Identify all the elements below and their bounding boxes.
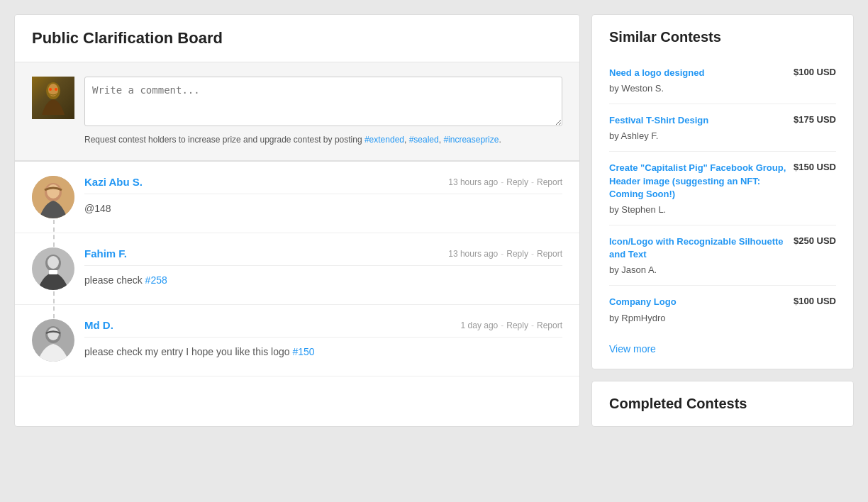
current-user-avatar <box>32 77 74 119</box>
comment-input-area: Request contest holders to increase priz… <box>15 62 579 162</box>
comment-item: Fahim F. 13 hours ago - Reply - Report p… <box>15 233 579 305</box>
comment-time: 13 hours ago <box>448 249 498 259</box>
comment-actions: 13 hours ago - Reply - Report <box>448 177 562 187</box>
comment-author[interactable]: Fahim F. <box>84 247 127 260</box>
reply-link[interactable]: Reply <box>506 177 528 187</box>
comment-text: please check my entry I hope you like th… <box>84 337 562 359</box>
similar-contests-title: Similar Contests <box>609 29 836 45</box>
comment-time: 1 day ago <box>461 320 499 330</box>
contest-title-link[interactable]: Company Logo <box>609 296 786 308</box>
reply-link[interactable]: Reply <box>506 249 528 259</box>
contest-item: Festival T-Shirt Design by Ashley F. $17… <box>609 104 836 152</box>
contest-item: Create "Capitalist Pig" Facebook Group, … <box>609 152 836 225</box>
comment-link[interactable]: #258 <box>145 274 167 286</box>
contest-by: by Weston S. <box>609 83 664 94</box>
avatar <box>32 319 74 362</box>
contest-item: Company Logo by RpmHydro $100 USD <box>609 286 836 333</box>
comment-input[interactable] <box>84 77 562 126</box>
comment-meta: Kazi Abu S. 13 hours ago - Reply - Repor… <box>84 176 562 188</box>
comment-item: Md D. 1 day ago - Reply - Report please … <box>15 305 579 376</box>
contest-by: by Ashley F. <box>609 130 658 141</box>
report-link[interactable]: Report <box>537 177 562 187</box>
contest-title-link[interactable]: Icon/Logo with Recognizable Silhouette a… <box>609 235 786 261</box>
contest-price: $175 USD <box>794 114 836 125</box>
comments-list: Kazi Abu S. 13 hours ago - Reply - Repor… <box>15 162 579 376</box>
contest-item: Need a logo designed by Weston S. $100 U… <box>609 57 836 104</box>
contest-title-link[interactable]: Need a logo designed <box>609 67 786 79</box>
extended-tag[interactable]: #extended <box>365 135 404 145</box>
sealed-tag[interactable]: #sealed <box>409 135 439 145</box>
panel-header: Public Clarification Board <box>15 15 579 62</box>
contest-title-link[interactable]: Festival T-Shirt Design <box>609 114 786 127</box>
svg-point-9 <box>48 256 59 269</box>
comment-body: Md D. 1 day ago - Reply - Report please … <box>84 319 562 362</box>
avatar <box>32 247 74 290</box>
contest-item: Icon/Logo with Recognizable Silhouette a… <box>609 225 836 286</box>
contest-price: $100 USD <box>794 67 836 77</box>
svg-point-3 <box>55 88 57 91</box>
contest-price: $100 USD <box>794 296 836 306</box>
increaseprize-tag[interactable]: #increaseprize <box>443 135 499 145</box>
right-panel: Similar Contests Need a logo designed by… <box>591 14 854 427</box>
comment-actions: 1 day ago - Reply - Report <box>461 320 562 330</box>
svg-point-13 <box>48 328 59 340</box>
reply-link[interactable]: Reply <box>506 320 528 330</box>
page-title: Public Clarification Board <box>32 29 562 48</box>
similar-contests-panel: Similar Contests Need a logo designed by… <box>591 14 854 369</box>
avatar <box>32 176 74 218</box>
comment-link[interactable]: #150 <box>292 346 314 357</box>
comment-time: 13 hours ago <box>448 177 498 187</box>
contest-title-link[interactable]: Create "Capitalist Pig" Facebook Group, … <box>609 162 786 201</box>
completed-contests-title: Completed Contests <box>609 396 836 412</box>
view-more-link[interactable]: View more <box>609 343 836 355</box>
contest-price: $250 USD <box>794 235 836 246</box>
comment-author[interactable]: Md D. <box>84 319 113 331</box>
comment-actions: 13 hours ago - Reply - Report <box>448 249 562 259</box>
comment-body: Kazi Abu S. 13 hours ago - Reply - Repor… <box>84 176 562 218</box>
comment-note: Request contest holders to increase priz… <box>84 133 562 146</box>
comment-item: Kazi Abu S. 13 hours ago - Reply - Repor… <box>15 162 579 233</box>
comment-input-wrapper: Request contest holders to increase priz… <box>84 77 562 146</box>
completed-contests-panel: Completed Contests <box>591 381 854 427</box>
svg-point-6 <box>47 184 60 199</box>
svg-point-2 <box>49 88 52 91</box>
page-wrapper: Public Clarification Board Request conte… <box>0 0 868 441</box>
comment-meta: Md D. 1 day ago - Reply - Report <box>84 319 562 331</box>
comment-author[interactable]: Kazi Abu S. <box>84 176 143 188</box>
comment-text: @148 <box>84 194 562 216</box>
report-link[interactable]: Report <box>537 249 562 259</box>
comment-body: Fahim F. 13 hours ago - Reply - Report p… <box>84 247 562 290</box>
comment-text: please check #258 <box>84 265 562 288</box>
contest-by: by Jason A. <box>609 264 657 275</box>
svg-rect-10 <box>49 270 57 274</box>
contest-by: by Stephen L. <box>609 204 666 215</box>
report-link[interactable]: Report <box>537 320 562 330</box>
contest-price: $150 USD <box>794 162 836 172</box>
contest-by: by RpmHydro <box>609 313 665 323</box>
left-panel: Public Clarification Board Request conte… <box>14 14 580 427</box>
comment-meta: Fahim F. 13 hours ago - Reply - Report <box>84 247 562 260</box>
